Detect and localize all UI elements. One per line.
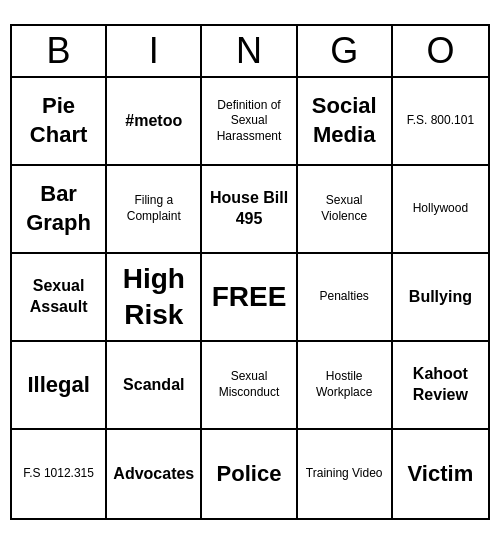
letter-b: B <box>12 26 107 76</box>
bingo-cell[interactable]: F.S 1012.315 <box>12 430 107 518</box>
bingo-card: B I N G O Pie Chart#metooDefinition of S… <box>10 24 490 520</box>
bingo-cell[interactable]: Sexual Misconduct <box>202 342 297 430</box>
bingo-cell[interactable]: Penalties <box>298 254 393 342</box>
bingo-cell[interactable]: Kahoot Review <box>393 342 488 430</box>
bingo-cell[interactable]: Sexual Violence <box>298 166 393 254</box>
bingo-cell[interactable]: Pie Chart <box>12 78 107 166</box>
bingo-cell[interactable]: #metoo <box>107 78 202 166</box>
bingo-cell[interactable]: FREE <box>202 254 297 342</box>
bingo-cell[interactable]: Training Video <box>298 430 393 518</box>
bingo-cell[interactable]: Illegal <box>12 342 107 430</box>
bingo-cell[interactable]: Hostile Workplace <box>298 342 393 430</box>
bingo-cell[interactable]: Social Media <box>298 78 393 166</box>
bingo-cell[interactable]: Hollywood <box>393 166 488 254</box>
bingo-cell[interactable]: Police <box>202 430 297 518</box>
bingo-cell[interactable]: Bar Graph <box>12 166 107 254</box>
letter-g: G <box>298 26 393 76</box>
bingo-cell[interactable]: High Risk <box>107 254 202 342</box>
bingo-cell[interactable]: F.S. 800.101 <box>393 78 488 166</box>
bingo-cell[interactable]: Filing a Complaint <box>107 166 202 254</box>
bingo-header: B I N G O <box>12 26 488 78</box>
bingo-cell[interactable]: Victim <box>393 430 488 518</box>
bingo-cell[interactable]: Sexual Assault <box>12 254 107 342</box>
bingo-cell[interactable]: Bullying <box>393 254 488 342</box>
letter-n: N <box>202 26 297 76</box>
bingo-cell[interactable]: Definition of Sexual Harassment <box>202 78 297 166</box>
letter-i: I <box>107 26 202 76</box>
bingo-cell[interactable]: Scandal <box>107 342 202 430</box>
bingo-cell[interactable]: Advocates <box>107 430 202 518</box>
letter-o: O <box>393 26 488 76</box>
bingo-cell[interactable]: House Bill 495 <box>202 166 297 254</box>
bingo-grid: Pie Chart#metooDefinition of Sexual Hara… <box>12 78 488 518</box>
